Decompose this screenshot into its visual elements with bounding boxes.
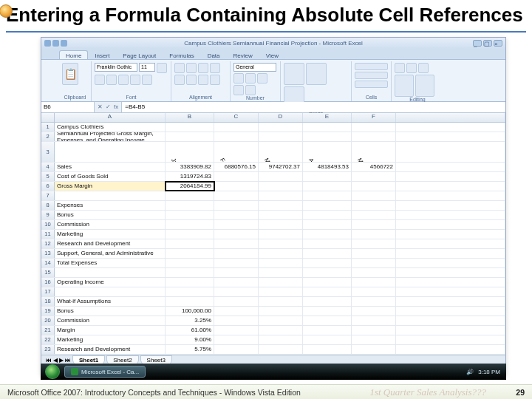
cell-a9[interactable]: Bonus <box>55 211 166 219</box>
col-header-f[interactable]: F <box>352 113 396 122</box>
cell-f2[interactable] <box>352 132 396 141</box>
row-header[interactable]: 2 <box>41 132 55 141</box>
tab-view[interactable]: View <box>259 50 285 59</box>
taskbar-excel-button[interactable]: Microsoft Excel - Ca... <box>64 366 146 378</box>
cell-b9[interactable] <box>166 211 214 219</box>
row-11[interactable]: 11Marketing <box>41 230 505 239</box>
row-10[interactable]: 10Commission <box>41 220 505 230</box>
cell-f22[interactable] <box>352 335 396 344</box>
row-header[interactable]: 11 <box>41 230 55 239</box>
cell-c13[interactable] <box>214 249 259 258</box>
cell-b5[interactable]: 1319724.83 <box>166 172 214 181</box>
wrap-text-button[interactable] <box>210 63 220 73</box>
row-header[interactable]: 7 <box>41 191 55 200</box>
cell-a20[interactable]: Commission <box>55 316 166 325</box>
cell-f9[interactable] <box>352 211 396 219</box>
cell-e9[interactable] <box>303 211 352 219</box>
row-header[interactable]: 14 <box>41 259 55 267</box>
cell-d7[interactable] <box>259 191 303 200</box>
column-headers[interactable]: A B C D E F <box>41 113 505 123</box>
enter-icon[interactable]: ✓ <box>106 103 111 110</box>
cell-e20[interactable] <box>303 316 352 325</box>
row-14[interactable]: 14Total Expenses <box>41 259 505 268</box>
cell-e3[interactable]: April <box>303 142 352 162</box>
cell-f5[interactable] <box>352 172 396 181</box>
sheet-nav-first-icon[interactable]: ⏮ <box>46 357 52 364</box>
cell-c4[interactable]: 6880576.15 <box>214 163 259 171</box>
cell-e7[interactable] <box>303 191 352 200</box>
cell-rest[interactable] <box>396 249 505 258</box>
cell-f14[interactable] <box>352 259 396 267</box>
cell-a22[interactable]: Marketing <box>55 335 166 344</box>
cell-c11[interactable] <box>214 230 259 239</box>
cell-a13[interactable]: Support, General, and Administrative <box>55 249 166 258</box>
cell-f6[interactable] <box>352 182 396 191</box>
cell-c8[interactable] <box>214 201 259 210</box>
cell-rest[interactable] <box>396 345 505 354</box>
cells-grid[interactable]: 1Campus Clothiers2Semiannual Projected G… <box>41 123 505 355</box>
row-header[interactable]: 17 <box>41 287 55 296</box>
clear-button[interactable] <box>418 63 429 73</box>
cell-a5[interactable]: Cost of Goods Sold <box>55 172 166 181</box>
cell-rest[interactable] <box>396 239 505 248</box>
cell-a23[interactable]: Research and Development <box>55 345 166 354</box>
align-top-button[interactable] <box>174 63 185 73</box>
cell-b14[interactable] <box>166 259 214 267</box>
cell-e5[interactable] <box>303 172 352 181</box>
system-tray[interactable]: 🔊 3:18 PM <box>466 369 506 375</box>
row-20[interactable]: 20Commission3.25% <box>41 316 505 326</box>
delete-cells-button[interactable] <box>355 72 388 79</box>
row-5[interactable]: 5Cost of Goods Sold1319724.83 <box>41 172 505 182</box>
row-header[interactable]: 4 <box>41 163 55 171</box>
cell-a17[interactable] <box>55 287 166 296</box>
cell-d20[interactable] <box>259 316 303 325</box>
cell-a8[interactable]: Expenses <box>55 201 166 210</box>
start-button[interactable] <box>45 364 60 379</box>
row-header[interactable]: 15 <box>41 268 55 277</box>
cell-f20[interactable] <box>352 316 396 325</box>
row-header[interactable]: 1 <box>41 123 55 132</box>
select-all-button[interactable] <box>41 113 55 122</box>
cell-e12[interactable] <box>303 239 352 248</box>
cell-d1[interactable] <box>259 123 303 132</box>
cell-d9[interactable] <box>259 211 303 219</box>
cell-f13[interactable] <box>352 249 396 258</box>
tab-home[interactable]: Home <box>59 50 88 59</box>
cell-e8[interactable] <box>303 201 352 210</box>
row-header[interactable]: 13 <box>41 249 55 258</box>
col-header-d[interactable]: D <box>259 113 303 122</box>
insert-cells-button[interactable] <box>355 63 388 70</box>
cancel-icon[interactable]: ✕ <box>98 103 103 110</box>
cell-c7[interactable] <box>214 191 259 200</box>
cell-b13[interactable] <box>166 249 214 258</box>
cell-b21[interactable]: 61.00% <box>166 326 214 335</box>
font-size-combo[interactable]: 11 <box>139 63 155 72</box>
cell-rest[interactable] <box>396 191 505 200</box>
cell-rest[interactable] <box>396 335 505 344</box>
cell-c17[interactable] <box>214 287 259 296</box>
cell-c6[interactable] <box>214 182 259 191</box>
cell-b7[interactable] <box>166 191 214 200</box>
cell-rest[interactable] <box>396 230 505 239</box>
cell-a10[interactable]: Commission <box>55 220 166 229</box>
cell-c16[interactable] <box>214 278 259 287</box>
cell-d11[interactable] <box>259 230 303 239</box>
row-18[interactable]: 18What-if Assumptions <box>41 297 505 307</box>
cell-c15[interactable] <box>214 268 259 277</box>
cell-e10[interactable] <box>303 220 352 229</box>
row-header[interactable]: 18 <box>41 297 55 306</box>
cell-f19[interactable] <box>352 307 396 316</box>
row-17[interactable]: 17 <box>41 287 505 297</box>
row-6[interactable]: 6Gross Margin2064184.99 <box>41 182 505 191</box>
border-button[interactable] <box>118 75 129 85</box>
maximize-button[interactable]: ▢ <box>483 40 492 47</box>
col-header-rest[interactable] <box>396 113 505 122</box>
paste-button[interactable]: 📋 <box>62 63 78 85</box>
row-header[interactable]: 3 <box>41 142 55 162</box>
tab-review[interactable]: Review <box>227 50 259 59</box>
cell-e21[interactable] <box>303 326 352 335</box>
cell-e13[interactable] <box>303 249 352 258</box>
format-as-table-button[interactable] <box>306 63 327 85</box>
cell-f7[interactable] <box>352 191 396 200</box>
font-color-button[interactable] <box>142 75 152 85</box>
